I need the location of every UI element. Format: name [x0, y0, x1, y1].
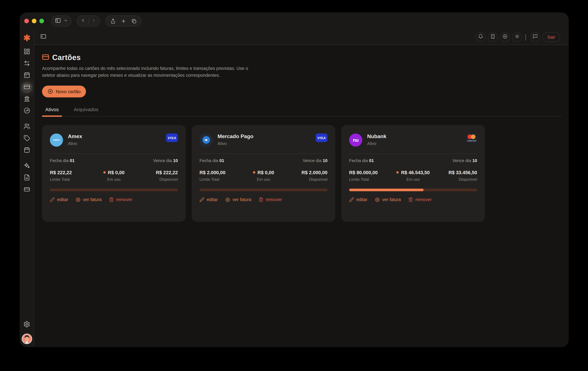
- remove-label: remover: [116, 197, 132, 202]
- sidebar-item-contacts[interactable]: [21, 121, 32, 133]
- card-actions: editar ver fatura remover: [200, 197, 327, 202]
- amex-avatar-label: AMEX: [53, 139, 60, 141]
- bell-icon: [478, 34, 483, 40]
- sidebar-item-tags[interactable]: [21, 133, 32, 144]
- new-tab-button[interactable]: [118, 16, 129, 26]
- in-use-value: R$ 0,00: [253, 170, 274, 175]
- privacy-button[interactable]: [500, 32, 510, 42]
- amex-avatar: AMEX: [50, 134, 63, 147]
- title-row: Cartões: [42, 53, 561, 62]
- sidebar-item-transactions[interactable]: [21, 58, 32, 70]
- view-invoice-button[interactable]: ver fatura: [225, 197, 251, 202]
- feedback-button[interactable]: [530, 32, 540, 42]
- card-days-row: Fecha dia 01 Vence dia 10: [50, 158, 178, 163]
- sidebar-toggle-pill[interactable]: [51, 15, 72, 27]
- sidebar-item-dashboard[interactable]: [21, 47, 32, 58]
- in-use-dot-icon: [397, 171, 399, 174]
- limit-col: R$ 80.000,00 Limite Total: [349, 170, 378, 182]
- sidebar-group-secondary: [21, 121, 32, 156]
- in-use-col: R$ 46.543,50 Em uso: [397, 170, 430, 182]
- forward-button[interactable]: [91, 18, 96, 24]
- view-invoice-button[interactable]: ver fatura: [375, 197, 401, 202]
- sidebar-item-performance[interactable]: [21, 106, 32, 117]
- tab-overview-button[interactable]: [129, 16, 139, 26]
- main-panel: Sair Cartões Acompanhe todas os cartões …: [34, 30, 569, 347]
- tab-arquivados[interactable]: Arquivados: [71, 107, 102, 116]
- nubank-avatar: nu: [349, 134, 362, 147]
- card-meta: Nubank Ativo: [367, 134, 386, 146]
- card-mercado-pago: Mercado Pago Ativo VISA Fecha dia 01 Ven…: [192, 125, 335, 222]
- nubank-avatar-label: nu: [353, 137, 359, 143]
- due-day: Vence dia 10: [153, 158, 178, 163]
- view-invoice-button[interactable]: ver fatura: [75, 197, 102, 202]
- card-header: nu Nubank Ativo mastercard: [349, 134, 477, 147]
- sidebar-item-bank[interactable]: [21, 94, 32, 105]
- available-col: R$ 33.456,50 Disponível: [449, 170, 477, 182]
- sidebar-item-wallet[interactable]: [21, 184, 32, 196]
- mercado-pago-avatar: [200, 134, 213, 147]
- available-col: R$ 222,22 Disponível: [156, 170, 178, 182]
- cards-grid: AMEX Amex Ativo VISA Fecha dia 01 Ven: [42, 125, 561, 222]
- available-label: Disponível: [159, 177, 178, 182]
- in-use-value: R$ 0,00: [103, 170, 125, 175]
- stage: Sair Cartões Acompanhe todas os cartões …: [0, 0, 588, 371]
- calendar-icon: [23, 72, 30, 80]
- remove-card-button[interactable]: remover: [109, 197, 132, 202]
- visa-label: VISA: [317, 136, 326, 140]
- remove-card-button[interactable]: remover: [408, 197, 432, 202]
- usage-progress-track: [200, 189, 327, 191]
- titlebar: [20, 12, 569, 30]
- card-amounts-row: R$ 222,22 Limite Total R$ 0,00 Em uso R$…: [50, 170, 178, 182]
- tag-icon: [23, 135, 30, 143]
- edit-card-button[interactable]: editar: [349, 197, 368, 202]
- edit-card-button[interactable]: editar: [200, 197, 218, 202]
- user-avatar[interactable]: [21, 334, 32, 344]
- transfer-arrows-icon: [23, 60, 30, 68]
- card-days-row: Fecha dia 01 Vence dia 10: [349, 158, 477, 163]
- sidebar-item-planner[interactable]: [21, 145, 32, 156]
- sidebar-item-cards[interactable]: [21, 82, 32, 93]
- logout-button[interactable]: Sair: [542, 32, 560, 42]
- collapse-sidebar-button[interactable]: [40, 33, 47, 41]
- users-icon: [23, 123, 30, 131]
- edit-card-button[interactable]: editar: [50, 197, 68, 202]
- card-amounts-row: R$ 2.000,00 Limite Total R$ 0,00 Em uso …: [200, 170, 327, 182]
- message-icon: [533, 34, 538, 40]
- minimize-window-button[interactable]: [32, 19, 36, 23]
- theme-button[interactable]: [512, 32, 522, 42]
- card-meta: Amex Ativo: [68, 134, 82, 146]
- app-body: Sair Cartões Acompanhe todas os cartões …: [20, 30, 569, 347]
- calculator-button[interactable]: [488, 32, 498, 42]
- window-actions-pill: [105, 15, 141, 27]
- sidebar-item-calendar[interactable]: [21, 70, 32, 81]
- in-use-dot-icon: [253, 171, 255, 174]
- notifications-button[interactable]: [476, 32, 486, 42]
- logout-label: Sair: [547, 35, 555, 40]
- in-use-dot-icon: [103, 171, 105, 174]
- sun-icon: [514, 34, 520, 40]
- page-description: Acompanhe todas os cartões do mês seleci…: [42, 65, 256, 79]
- back-button[interactable]: [80, 18, 86, 24]
- share-button[interactable]: [108, 16, 118, 26]
- sidebar-item-reports[interactable]: [21, 173, 32, 184]
- card-name: Nubank: [367, 134, 386, 139]
- page-title: Cartões: [52, 53, 81, 62]
- view-invoice-label: ver fatura: [382, 197, 401, 202]
- visa-logo: VISA: [166, 134, 178, 142]
- header-divider: [525, 34, 526, 40]
- card-status: Ativo: [367, 141, 386, 146]
- eye-circle-icon: [502, 34, 508, 40]
- limit-value: R$ 80.000,00: [349, 170, 378, 175]
- sidebar-item-settings[interactable]: [21, 319, 32, 330]
- calculator-icon: [490, 34, 495, 40]
- available-value: R$ 2.000,00: [302, 170, 327, 175]
- tab-ativos[interactable]: Ativos: [42, 107, 62, 116]
- sidebar-item-ai[interactable]: [21, 161, 32, 172]
- app-logo-asterisk-icon[interactable]: [22, 33, 32, 43]
- sidebar: [20, 30, 34, 347]
- remove-card-button[interactable]: remover: [259, 197, 282, 202]
- in-use-label: Em uso: [107, 177, 120, 182]
- close-window-button[interactable]: [24, 19, 29, 23]
- new-card-button[interactable]: Novo cartão: [42, 86, 86, 97]
- zoom-window-button[interactable]: [39, 19, 44, 23]
